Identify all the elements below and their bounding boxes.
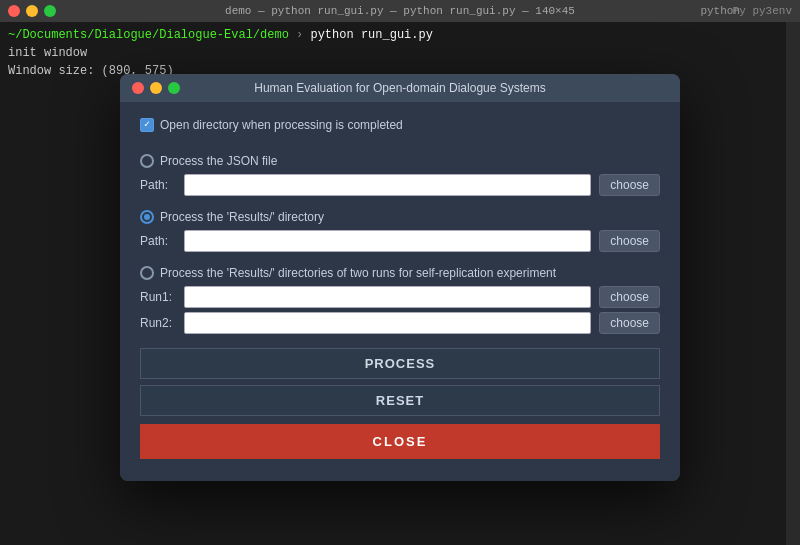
run2-row: Run2: choose <box>140 312 660 334</box>
dialog-traffic-lights <box>132 82 180 94</box>
maximize-traffic-light[interactable] <box>44 5 56 17</box>
radio2-label: Process the 'Results/' directory <box>160 210 324 224</box>
choose4-button[interactable]: choose <box>599 312 660 334</box>
dialog-body: Open directory when processing is comple… <box>120 102 680 481</box>
radio2-row[interactable]: Process the 'Results/' directory <box>140 210 660 224</box>
open-dir-checkbox-row[interactable]: Open directory when processing is comple… <box>140 114 660 136</box>
dialog-min-btn[interactable] <box>150 82 162 94</box>
titlebar: demo — python run_gui.py — python run_gu… <box>0 0 800 22</box>
open-dir-checkbox[interactable] <box>140 118 154 132</box>
prompt-path: ~/Documents/Dialogue/Dialogue-Eval/demo <box>8 28 289 42</box>
radio3-row[interactable]: Process the 'Results/' directories of tw… <box>140 266 660 280</box>
choose3-button[interactable]: choose <box>599 286 660 308</box>
path1-input[interactable] <box>184 174 591 196</box>
scrollbar[interactable] <box>786 22 800 545</box>
run1-row: Run1: choose <box>140 286 660 308</box>
radio-section-results: Process the 'Results/' directory Path: c… <box>140 210 660 252</box>
radio1-btn[interactable] <box>140 154 154 168</box>
dialog-close-btn[interactable] <box>132 82 144 94</box>
path1-row: Path: choose <box>140 174 660 196</box>
dialog-titlebar: Human Evaluation for Open-domain Dialogu… <box>120 74 680 102</box>
choose2-button[interactable]: choose <box>599 230 660 252</box>
choose1-button[interactable]: choose <box>599 174 660 196</box>
process-button[interactable]: PROCESS <box>140 348 660 379</box>
reset-button[interactable]: RESET <box>140 385 660 416</box>
terminal-prompt-line: ~/Documents/Dialogue/Dialogue-Eval/demo … <box>8 26 792 44</box>
radio1-row[interactable]: Process the JSON file <box>140 154 660 168</box>
path1-label: Path: <box>140 178 176 192</box>
radio1-label: Process the JSON file <box>160 154 277 168</box>
radio2-btn[interactable] <box>140 210 154 224</box>
titlebar-buttons <box>8 5 56 17</box>
minimize-traffic-light[interactable] <box>26 5 38 17</box>
env-label: Py py3env <box>733 5 792 17</box>
close-traffic-light[interactable] <box>8 5 20 17</box>
radio3-btn[interactable] <box>140 266 154 280</box>
path2-input[interactable] <box>184 230 591 252</box>
run2-input[interactable] <box>184 312 591 334</box>
terminal-output-line1: init window <box>8 44 792 62</box>
run1-label: Run1: <box>140 290 176 304</box>
dialog: Human Evaluation for Open-domain Dialogu… <box>120 74 680 481</box>
dialog-max-btn[interactable] <box>168 82 180 94</box>
run1-input[interactable] <box>184 286 591 308</box>
radio-section-tworuns: Process the 'Results/' directories of tw… <box>140 266 660 334</box>
path2-label: Path: <box>140 234 176 248</box>
open-dir-label: Open directory when processing is comple… <box>160 118 403 132</box>
window-title: demo — python run_gui.py — python run_gu… <box>225 5 575 17</box>
close-button[interactable]: CLOSE <box>140 424 660 459</box>
radio3-label: Process the 'Results/' directories of tw… <box>160 266 556 280</box>
path2-row: Path: choose <box>140 230 660 252</box>
radio-section-json: Process the JSON file Path: choose <box>140 154 660 196</box>
terminal-command: python run_gui.py <box>310 28 432 42</box>
dialog-title: Human Evaluation for Open-domain Dialogu… <box>254 81 545 95</box>
run2-label: Run2: <box>140 316 176 330</box>
